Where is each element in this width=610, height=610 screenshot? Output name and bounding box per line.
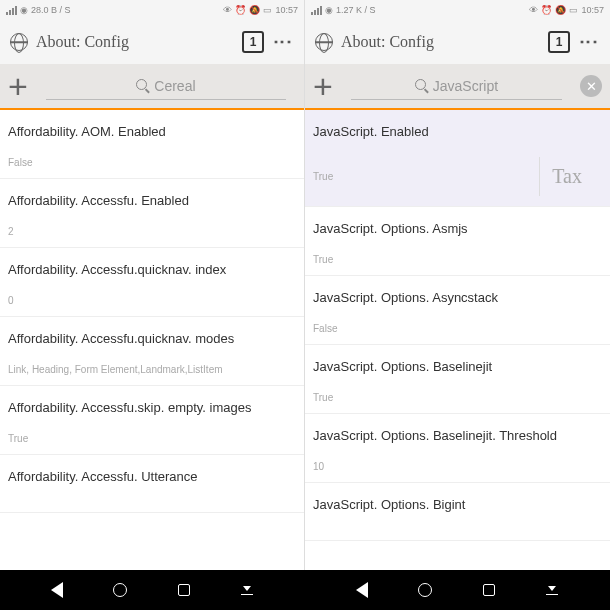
net-speed: 1.27 K / S [336,5,376,15]
download-icon[interactable] [545,583,559,597]
config-key: JavaScript. Options. Baselinejit [313,359,602,374]
search-text: Cereal [154,78,195,94]
config-value: 10 [313,461,602,482]
signal-icon [6,6,17,15]
config-value: Link, Heading, Form Element,Landmark,Lis… [8,364,296,385]
config-row[interactable]: JavaScript. Options. AsyncstackFalse [305,276,610,345]
config-value: True [313,254,602,275]
config-key: JavaScript. Options. Asmjs [313,221,602,236]
config-row[interactable]: Affordability. Accessfu.quicknav. modesL… [0,317,304,386]
config-value: False [313,323,602,344]
clear-search-button[interactable]: ✕ [580,75,602,97]
config-row[interactable]: JavaScript. EnabledTrueTax [305,110,610,207]
recent-button[interactable] [178,584,190,596]
recent-button[interactable] [483,584,495,596]
config-key: Affordability. Accessfu.quicknav. index [8,262,296,277]
eye-icon: 👁 [223,5,232,15]
search-input[interactable]: JavaScript [351,72,562,100]
config-value: True [8,433,296,454]
home-button[interactable] [418,583,432,597]
add-button[interactable]: + [313,67,333,106]
globe-icon [315,33,333,51]
config-key: JavaScript. Options. Baselinejit. Thresh… [313,428,602,443]
config-value [313,530,602,540]
tax-label: Tax [539,157,594,196]
alarm-icon: ⏰ [541,5,552,15]
search-text: JavaScript [433,78,498,94]
title-bar: About: Config 1 ⋮ [305,20,610,64]
config-key: JavaScript. Options. Asyncstack [313,290,602,305]
back-button[interactable] [356,582,368,598]
tab-count-button[interactable]: 1 [548,31,570,53]
config-row[interactable]: JavaScript. Options. Bigint [305,483,610,541]
config-row[interactable]: Affordability. Accessfu.quicknav. index0 [0,248,304,317]
config-value: 2 [8,226,296,247]
clock: 10:57 [275,5,298,15]
wifi-icon: ◉ [20,5,28,15]
search-bar: + Cereal [0,64,304,110]
config-list[interactable]: JavaScript. EnabledTrueTaxJavaScript. Op… [305,110,610,570]
config-row[interactable]: Affordability. AOM. EnabledFalse [0,110,304,179]
back-button[interactable] [51,582,63,598]
config-key: Affordability. Accessfu.skip. empty. ima… [8,400,296,415]
menu-button[interactable]: ⋮ [578,33,600,51]
config-value [8,502,296,512]
search-input[interactable]: Cereal [46,72,286,100]
config-row[interactable]: Affordability. Accessfu. Enabled2 [0,179,304,248]
net-speed: 28.0 B / S [31,5,71,15]
config-key: Affordability. Accessfu. Enabled [8,193,296,208]
search-icon [415,79,429,93]
right-pane: ◉ 1.27 K / S 👁 ⏰ 🔕 ▭ 10:57 About: Config… [305,0,610,570]
alarm-icon: ⏰ [235,5,246,15]
config-key: Affordability. Accessfu. Utterance [8,469,296,484]
page-title: About: Config [341,33,540,51]
status-bar: ◉ 28.0 B / S 👁 ⏰ 🔕 ▭ 10:57 [0,0,304,20]
page-title: About: Config [36,33,234,51]
signal-icon [311,6,322,15]
config-key: JavaScript. Options. Bigint [313,497,602,512]
config-value: True [313,392,602,413]
tab-count-button[interactable]: 1 [242,31,264,53]
config-value: TrueTax [313,157,602,206]
android-nav-bar [0,570,610,610]
config-row[interactable]: JavaScript. Options. Baselinejit. Thresh… [305,414,610,483]
add-button[interactable]: + [8,67,28,106]
battery-icon: ▭ [569,5,578,15]
menu-button[interactable]: ⋮ [272,33,294,51]
config-list[interactable]: Affordability. AOM. EnabledFalseAffordab… [0,110,304,570]
config-key: Affordability. Accessfu.quicknav. modes [8,331,296,346]
config-row[interactable]: JavaScript. Options. BaselinejitTrue [305,345,610,414]
search-bar: + JavaScript ✕ [305,64,610,110]
config-value: False [8,157,296,178]
config-key: JavaScript. Enabled [313,124,602,139]
eye-icon: 👁 [529,5,538,15]
config-row[interactable]: Affordability. Accessfu.skip. empty. ima… [0,386,304,455]
mute-icon: 🔕 [555,5,566,15]
config-row[interactable]: JavaScript. Options. AsmjsTrue [305,207,610,276]
status-bar: ◉ 1.27 K / S 👁 ⏰ 🔕 ▭ 10:57 [305,0,610,20]
wifi-icon: ◉ [325,5,333,15]
title-bar: About: Config 1 ⋮ [0,20,304,64]
config-value: 0 [8,295,296,316]
config-key: Affordability. AOM. Enabled [8,124,296,139]
battery-icon: ▭ [263,5,272,15]
mute-icon: 🔕 [249,5,260,15]
left-pane: ◉ 28.0 B / S 👁 ⏰ 🔕 ▭ 10:57 About: Config… [0,0,305,570]
config-row[interactable]: Affordability. Accessfu. Utterance [0,455,304,513]
globe-icon [10,33,28,51]
download-icon[interactable] [240,583,254,597]
home-button[interactable] [113,583,127,597]
clock: 10:57 [581,5,604,15]
search-icon [136,79,150,93]
